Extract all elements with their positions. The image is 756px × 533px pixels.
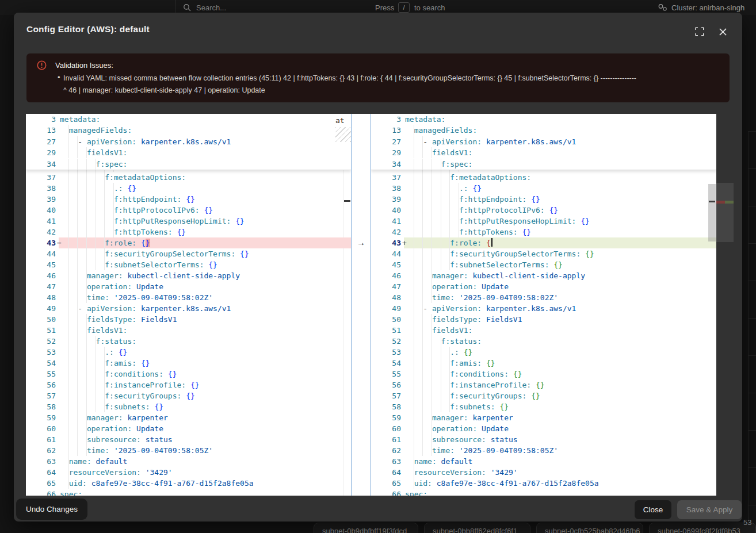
code-line[interactable]: 59manager: karpenter bbox=[371, 412, 716, 423]
code-line[interactable]: 50fieldsType: FieldsV1 bbox=[26, 314, 351, 325]
code-line[interactable]: 41f:httpPutResponseHopLimit: {} bbox=[26, 216, 351, 227]
code-line[interactable]: 42f:httpTokens: {} bbox=[371, 227, 716, 237]
code-line[interactable]: 34f:spec: bbox=[371, 159, 716, 170]
code-line[interactable]: 59manager: karpenter bbox=[26, 412, 351, 423]
code-line[interactable]: 40f:httpProtocolIPv6: {} bbox=[26, 205, 351, 216]
code-line[interactable]: 29fieldsV1: bbox=[371, 147, 716, 158]
code-line[interactable]: 66spec: bbox=[371, 489, 716, 496]
code-text: f:httpProtocolIPv6: {} bbox=[60, 205, 351, 216]
code-line[interactable]: 37f:metadataOptions: bbox=[26, 172, 351, 183]
code-line[interactable]: 47operation: Update bbox=[371, 281, 716, 292]
code-line[interactable]: 42f:httpTokens: {} bbox=[26, 227, 351, 237]
fullscreen-button[interactable] bbox=[693, 25, 707, 39]
line-number: 54 bbox=[26, 358, 56, 369]
indent-guides bbox=[60, 205, 114, 216]
code-line[interactable]: 37f:metadataOptions: bbox=[371, 172, 716, 183]
diff-modified-pane[interactable]: 36f:amiSelectorTerms: {}37f:metadataOpti… bbox=[371, 114, 716, 496]
code-line[interactable]: 43+f:role: { bbox=[371, 237, 716, 248]
bg-table-row-line bbox=[748, 505, 756, 505]
code-line[interactable]: 44f:securityGroupSelectorTerms: {} bbox=[371, 248, 716, 259]
code-line[interactable]: 54f:amis: {} bbox=[26, 358, 351, 369]
save-apply-button[interactable]: Save & Apply bbox=[677, 500, 742, 519]
code-line[interactable]: 57f:securityGroups: {} bbox=[371, 390, 716, 401]
code-line[interactable]: 49- apiVersion: karpenter.k8s.aws/v1 bbox=[371, 303, 716, 314]
code-line[interactable]: 63name: default bbox=[371, 456, 716, 467]
code-line[interactable]: 51fieldsV1: bbox=[371, 325, 716, 336]
code-line[interactable]: 48time: '2025-09-04T09:58:02Z' bbox=[371, 292, 716, 303]
code-line[interactable]: 61subresource: status bbox=[26, 434, 351, 445]
code-line[interactable]: 53.: {} bbox=[26, 347, 351, 358]
code-line[interactable]: 65uid: c8afe97e-38cc-4f91-a767-d15f2a8fe… bbox=[371, 478, 716, 489]
code-line[interactable]: 61subresource: status bbox=[371, 434, 716, 445]
indent-guides bbox=[405, 281, 432, 292]
code-line[interactable]: 46manager: kubectl-client-side-apply bbox=[371, 270, 716, 281]
code-line[interactable]: 63name: default bbox=[26, 456, 351, 467]
code-line[interactable]: 40f:httpProtocolIPv6: {} bbox=[371, 205, 716, 216]
code-line[interactable]: 65uid: c8afe97e-38cc-4f91-a767-d15f2a8fe… bbox=[26, 478, 351, 489]
line-number: 3 bbox=[26, 114, 56, 125]
undo-changes-button[interactable]: Undo Changes bbox=[16, 499, 87, 520]
code-line[interactable]: 27- apiVersion: karpenter.k8s.aws/v1 bbox=[371, 136, 716, 147]
close-dialog-button[interactable]: Close bbox=[635, 500, 671, 519]
code-line[interactable]: 51fieldsV1: bbox=[26, 325, 351, 336]
code-line[interactable]: 39f:httpEndpoint: {} bbox=[26, 194, 351, 205]
code-line[interactable]: 55f:conditions: {} bbox=[26, 369, 351, 379]
code-line[interactable]: 45f:subnetSelectorTerms: {} bbox=[371, 259, 716, 270]
code-line[interactable]: 55f:conditions: {} bbox=[371, 369, 716, 379]
code-line[interactable]: 27- apiVersion: karpenter.k8s.aws/v1 bbox=[26, 136, 351, 147]
code-line[interactable]: 13managedFields: bbox=[371, 125, 716, 136]
code-line[interactable]: 39f:httpEndpoint: {} bbox=[371, 194, 716, 205]
scrollbar-thumb[interactable] bbox=[708, 184, 716, 241]
code-text: f:metadataOptions: bbox=[405, 172, 716, 183]
code-line[interactable]: 54f:amis: {} bbox=[371, 358, 716, 369]
code-line[interactable]: 41f:httpPutResponseHopLimit: {} bbox=[371, 216, 716, 227]
code-line[interactable]: 66spec: bbox=[26, 489, 351, 496]
code-line[interactable]: 48time: '2025-09-04T09:58:02Z' bbox=[26, 292, 351, 303]
yaml-diff-editor[interactable]: 36f:amiSelectorTerms: {}37f:metadataOpti… bbox=[26, 114, 716, 496]
code-line[interactable]: 53.: {} bbox=[371, 347, 716, 358]
diff-original-pane[interactable]: 36f:amiSelectorTerms: {}37f:metadataOpti… bbox=[26, 114, 351, 496]
line-number: 48 bbox=[371, 292, 401, 303]
code-line[interactable]: 64resourceVersion: '3429' bbox=[371, 467, 716, 478]
code-line[interactable]: 49- apiVersion: karpenter.k8s.aws/v1 bbox=[26, 303, 351, 314]
code-line[interactable]: 34f:spec: bbox=[26, 159, 351, 170]
code-line[interactable]: 3metadata: bbox=[26, 114, 351, 125]
code-line[interactable]: 62time: '2025-09-04T09:58:05Z' bbox=[26, 445, 351, 456]
code-line[interactable]: 62time: '2025-09-04T09:58:05Z' bbox=[371, 445, 716, 456]
code-line[interactable]: 64resourceVersion: '3429' bbox=[26, 467, 351, 478]
code-line[interactable]: 58f:subnets: {} bbox=[371, 401, 716, 412]
close-button[interactable] bbox=[716, 25, 730, 39]
search-input[interactable]: Search... bbox=[196, 3, 226, 12]
line-number: 63 bbox=[26, 456, 56, 467]
code-line[interactable]: 56f:instanceProfile: {} bbox=[371, 379, 716, 390]
code-line[interactable]: 52f:status: bbox=[26, 336, 351, 347]
code-line[interactable]: 58f:subnets: {} bbox=[26, 401, 351, 412]
collapsed-region-widget[interactable]: at bbox=[335, 115, 351, 144]
code-line[interactable]: 43−f:role: {} bbox=[26, 237, 351, 248]
code-line[interactable]: 52f:status: bbox=[371, 336, 716, 347]
code-line[interactable]: 44f:securityGroupSelectorTerms: {} bbox=[26, 248, 351, 259]
code-line[interactable]: 38.: {} bbox=[371, 183, 716, 194]
diff-overview-ruler[interactable] bbox=[716, 114, 734, 496]
code-line[interactable]: 3metadata: bbox=[371, 114, 716, 125]
code-line[interactable]: 47operation: Update bbox=[26, 281, 351, 292]
code-line[interactable]: 56f:instanceProfile: {} bbox=[26, 379, 351, 390]
code-line[interactable]: 60operation: Update bbox=[26, 423, 351, 434]
line-number: 55 bbox=[371, 369, 401, 379]
code-line[interactable]: 38.: {} bbox=[26, 183, 351, 194]
cluster-selector[interactable]: Cluster: anirban-singh bbox=[671, 3, 744, 12]
code-line[interactable]: 57f:securityGroups: {} bbox=[26, 390, 351, 401]
code-line[interactable]: 29fieldsV1: bbox=[26, 147, 351, 158]
code-text: f:amis: {} bbox=[405, 358, 716, 369]
revert-change-arrow-icon[interactable]: → bbox=[352, 237, 371, 248]
line-number: 39 bbox=[26, 194, 56, 205]
indent-guides bbox=[405, 369, 450, 379]
code-line[interactable]: 60operation: Update bbox=[371, 423, 716, 434]
code-text: operation: Update bbox=[60, 423, 351, 434]
code-line[interactable]: 45f:subnetSelectorTerms: {} bbox=[26, 259, 351, 270]
indent-guides bbox=[405, 248, 450, 259]
code-line[interactable]: 50fieldsType: FieldsV1 bbox=[371, 314, 716, 325]
code-line[interactable]: 46manager: kubectl-client-side-apply bbox=[26, 270, 351, 281]
overview-ruler-viewport[interactable] bbox=[716, 183, 734, 242]
code-line[interactable]: 13managedFields: bbox=[26, 125, 351, 136]
